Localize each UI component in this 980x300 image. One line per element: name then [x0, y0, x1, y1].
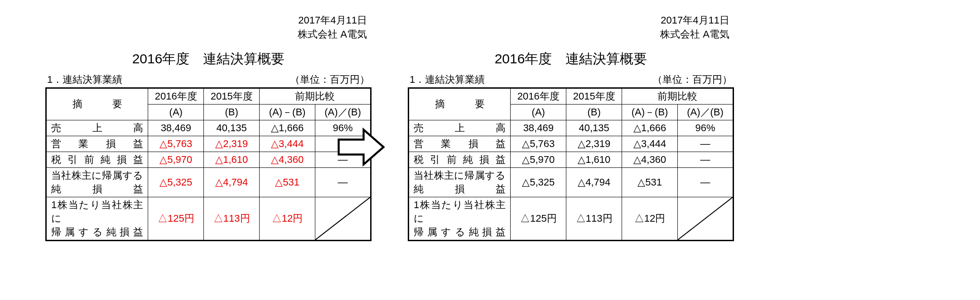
section-row: 1．連結決算業績 （単位：百万円） — [408, 73, 734, 86]
cell-b: △1,610 — [204, 152, 260, 167]
header-date: 2017年4月11日 — [45, 14, 367, 28]
cell-diff: △4,360 — [260, 152, 315, 167]
cell-a: △5,970 — [511, 152, 566, 167]
document-title: 2016年度 連結決算概要 — [408, 50, 734, 68]
cell-diff: △1,666 — [622, 120, 678, 136]
cell-a: △5,763 — [511, 136, 566, 152]
row-label: 税引前純損益 — [46, 152, 148, 167]
cell-ratio: ― — [678, 152, 734, 167]
header-block: 2017年4月11日 株式会社 A電気 — [408, 14, 734, 42]
cell-a: △125円 — [511, 197, 566, 240]
row-label: 売上高 — [46, 120, 148, 136]
col-a-sub: (A) — [511, 104, 566, 120]
financial-table-right: 摘 要 2016年度 2015年度 前期比較 (A) (B) (A)－(B) (… — [408, 87, 734, 241]
col-b-sub: (B) — [566, 104, 622, 120]
unit-label: （単位：百万円） — [652, 73, 732, 86]
cell-diff: △12円 — [622, 197, 678, 240]
cell-b: △1,610 — [566, 152, 622, 167]
row-label: 税引前純損益 — [409, 152, 511, 167]
table-row: 売上高38,46940,135△1,66696% — [409, 120, 734, 136]
unit-label: （単位：百万円） — [290, 73, 370, 86]
table-row: 税引前純損益△5,970△1,610△4,360― — [409, 152, 734, 167]
cell-b: △4,794 — [204, 167, 260, 197]
cell-b: △113円 — [566, 197, 622, 240]
cell-a: △125円 — [148, 197, 204, 240]
cell-ratio: 96% — [678, 120, 734, 136]
section-label: 1．連結決算業績 — [410, 73, 485, 86]
cell-b: 40,135 — [204, 120, 260, 136]
header-date: 2017年4月11日 — [408, 14, 729, 28]
document-title: 2016年度 連結決算概要 — [45, 50, 372, 68]
cell-b: △2,319 — [566, 136, 622, 152]
cell-diff: △3,444 — [260, 136, 315, 152]
col-diff: (A)－(B) — [260, 104, 315, 120]
row-label: 営業損益 — [46, 136, 148, 152]
cell-diff: △531 — [260, 167, 315, 197]
cell-a: △5,325 — [511, 167, 566, 197]
header-block: 2017年4月11日 株式会社 A電気 — [45, 14, 372, 42]
svg-line-2 — [678, 197, 733, 240]
cell-a: △5,325 — [148, 167, 204, 197]
table-row: 当社株主に帰属する純損益△5,325△4,794△531― — [46, 167, 371, 197]
cell-b: △2,319 — [204, 136, 260, 152]
cell-diff: △3,444 — [622, 136, 678, 152]
financial-table-left: 摘 要 2016年度 2015年度 前期比較 (A) (B) (A)－(B) (… — [45, 87, 372, 241]
col-b-sub: (B) — [204, 104, 260, 120]
col-fy2015: 2015年度 — [204, 88, 260, 104]
left-panel: 2017年4月11日 株式会社 A電気 2016年度 連結決算概要 1．連結決算… — [45, 14, 372, 241]
right-panel: 2017年4月11日 株式会社 A電気 2016年度 連結決算概要 1．連結決算… — [408, 14, 734, 241]
cell-a: 38,469 — [148, 120, 204, 136]
col-fy2015: 2015年度 — [566, 88, 622, 104]
cell-diff: △12円 — [260, 197, 315, 240]
header-company: 株式会社 A電気 — [45, 28, 367, 42]
svg-line-0 — [315, 197, 370, 240]
cell-diff: △4,360 — [622, 152, 678, 167]
col-diff: (A)－(B) — [622, 104, 678, 120]
col-compare: 前期比較 — [622, 88, 734, 104]
row-label: 当社株主に帰属する純損益 — [46, 167, 148, 197]
cell-diff: △1,666 — [260, 120, 315, 136]
arrow-icon — [336, 122, 386, 174]
section-row: 1．連結決算業績 （単位：百万円） — [45, 73, 372, 86]
col-summary: 摘 要 — [46, 88, 148, 120]
col-a-sub: (A) — [148, 104, 204, 120]
table-row: 1株当たり当社株主に帰属する純損益△125円△113円△12円 — [409, 197, 734, 240]
cell-a: △5,970 — [148, 152, 204, 167]
table-row: 営業損益△5,763△2,319△3,444― — [409, 136, 734, 152]
row-label: 営業損益 — [409, 136, 511, 152]
cell-b: △113円 — [204, 197, 260, 240]
cell-ratio — [315, 197, 371, 240]
row-label: 売上高 — [409, 120, 511, 136]
section-label: 1．連結決算業績 — [47, 73, 122, 86]
cell-b: △4,794 — [566, 167, 622, 197]
col-fy2016: 2016年度 — [148, 88, 204, 104]
col-compare: 前期比較 — [260, 88, 371, 104]
row-label: 1株当たり当社株主に帰属する純損益 — [409, 197, 511, 240]
cell-ratio: ― — [678, 167, 734, 197]
col-fy2016: 2016年度 — [511, 88, 566, 104]
col-ratio: (A)／(B) — [678, 104, 734, 120]
svg-marker-1 — [339, 130, 384, 165]
cell-a: 38,469 — [511, 120, 566, 136]
table-row: 税引前純損益△5,970△1,610△4,360― — [46, 152, 371, 167]
table-row: 当社株主に帰属する純損益△5,325△4,794△531― — [409, 167, 734, 197]
cell-ratio — [678, 197, 734, 240]
table-row: 営業損益△5,763△2,319△3,444― — [46, 136, 371, 152]
cell-ratio: ― — [678, 136, 734, 152]
table-row: 1株当たり当社株主に帰属する純損益△125円△113円△12円 — [46, 197, 371, 240]
cell-a: △5,763 — [148, 136, 204, 152]
row-label: 当社株主に帰属する純損益 — [409, 167, 511, 197]
cell-b: 40,135 — [566, 120, 622, 136]
cell-diff: △531 — [622, 167, 678, 197]
header-company: 株式会社 A電気 — [408, 28, 729, 42]
col-summary: 摘 要 — [409, 88, 511, 120]
col-ratio: (A)／(B) — [315, 104, 371, 120]
row-label: 1株当たり当社株主に帰属する純損益 — [46, 197, 148, 240]
table-row: 売上高38,46940,135△1,66696% — [46, 120, 371, 136]
